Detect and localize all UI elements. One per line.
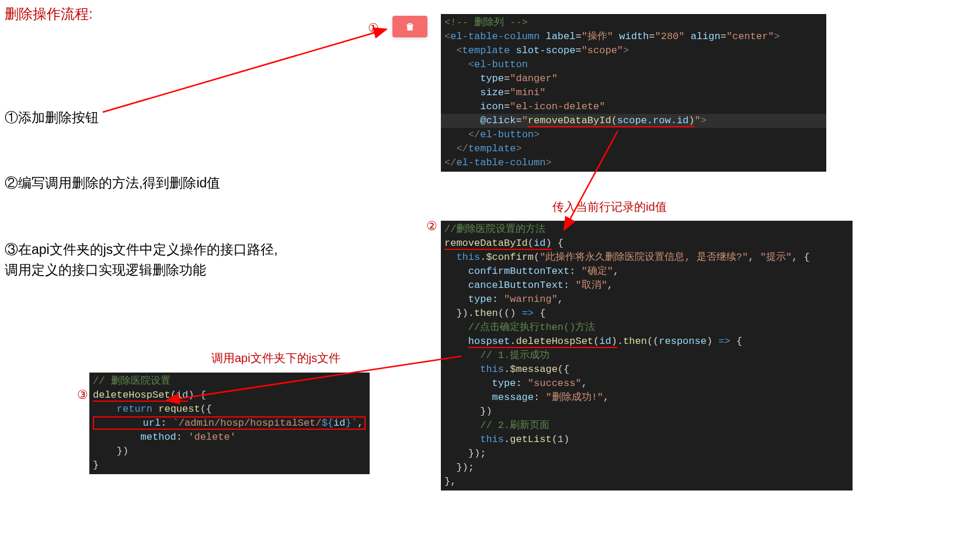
step-3-text: ③在api文件夹的js文件中定义操作的接口路径, 调用定义的接口实现逻辑删除功能 <box>5 239 278 280</box>
arrow-1 <box>103 29 387 112</box>
page-title: 删除操作流程: <box>5 5 93 23</box>
code-block-template: <!-- 删除列 --> <el-table-column label="操作"… <box>441 14 826 172</box>
delete-button[interactable] <box>392 16 427 37</box>
code-block-api: // 删除医院设置 deleteHospSet(id) { return req… <box>89 373 370 474</box>
label-call-api: 调用api文件夹下的js文件 <box>211 350 340 366</box>
trash-icon <box>405 22 415 32</box>
badge-3: ③ <box>77 388 88 402</box>
step-2-text: ②编写调用删除的方法,得到删除id值 <box>5 173 220 193</box>
step-1-text: ①添加删除按钮 <box>5 107 99 128</box>
badge-2: ② <box>426 219 437 233</box>
badge-1: ① <box>368 21 379 35</box>
label-pass-id: 传入当前行记录的id值 <box>552 199 667 215</box>
code-block-method: //删除医院设置的方法 removeDataById(id) { this.$c… <box>441 221 853 491</box>
